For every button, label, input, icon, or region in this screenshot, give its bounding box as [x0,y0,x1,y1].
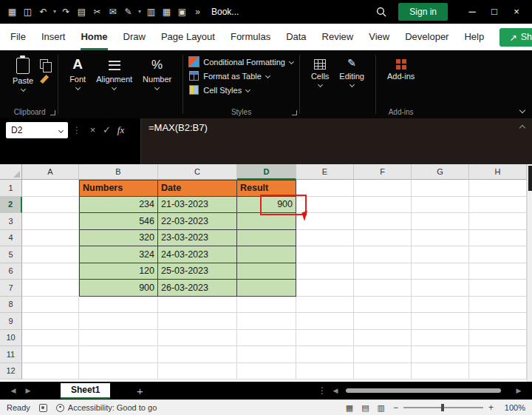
number-button[interactable]: % Number [137,56,177,90]
printer-icon[interactable]: ▥ [143,0,159,24]
alignment-button[interactable]: Alignment [91,56,137,90]
column-header-D[interactable]: D [237,164,296,180]
cell-G9[interactable] [412,313,469,330]
zoom-out-button[interactable]: − [393,402,398,413]
tab-view[interactable]: View [369,24,389,50]
cell-E11[interactable] [296,346,354,363]
cell-C9[interactable] [158,313,237,330]
minimize-button[interactable]: ─ [461,0,483,24]
cell-A5[interactable] [22,246,79,263]
maximize-button[interactable]: □ [483,0,505,24]
window-icon[interactable]: ▣ [174,0,190,24]
grid-icon[interactable]: ▦ [159,0,174,24]
cell-C4[interactable]: 23-03-2023 [158,230,237,247]
formula-input[interactable]: =MAX(B2:B7) [140,118,532,164]
cell-B4[interactable]: 320 [79,230,158,247]
cell-F3[interactable] [354,213,412,230]
tab-formulas[interactable]: Formulas [231,24,270,50]
cell-A12[interactable] [22,363,79,380]
cell-A8[interactable] [22,297,79,314]
row-header-11[interactable]: 11 [0,346,22,363]
copy-icon[interactable] [40,59,48,69]
cell-D9[interactable] [237,313,296,330]
tab-home[interactable]: Home [81,24,107,50]
cell-A7[interactable] [22,280,79,297]
horizontal-scrollbar[interactable] [344,387,510,394]
cell-C5[interactable]: 24-03-2023 [158,246,237,263]
cell-D4[interactable] [237,230,296,247]
cell-H12[interactable] [469,363,527,380]
cell-F8[interactable] [354,297,412,314]
column-header-E[interactable]: E [296,164,354,180]
horizontal-scrollbar-thumb[interactable] [346,388,501,393]
previous-sheet-icon[interactable]: ◀ [6,387,21,394]
clipboard-dialog-launcher-icon[interactable] [50,110,55,115]
cell-G7[interactable] [412,280,469,297]
sign-in-button[interactable]: Sign in [398,3,448,21]
column-header-H[interactable]: H [469,164,527,180]
cell-C6[interactable]: 25-03-2023 [158,263,237,280]
conditional-formatting-button[interactable]: Conditional Formatting [189,57,293,67]
row-header-9[interactable]: 9 [0,313,22,330]
cells-button[interactable]: Cells [306,56,334,87]
cell-G5[interactable] [412,246,469,263]
cell-G6[interactable] [412,263,469,280]
cell-F1[interactable] [354,180,412,197]
cell-H8[interactable] [469,297,527,314]
cell-H2[interactable] [469,197,527,214]
cell-C3[interactable]: 22-03-2023 [158,213,237,230]
font-button[interactable]: A Font [64,56,91,90]
sheet-tab-sheet1[interactable]: Sheet1 [61,383,110,399]
cell-A1[interactable] [22,180,79,197]
cell-A6[interactable] [22,263,79,280]
cell-A11[interactable] [22,346,79,363]
undo-dropdown-icon[interactable]: ▾ [51,0,58,24]
cell-C2[interactable]: 21-03-2023 [158,197,237,214]
pen-icon[interactable]: ✎ [120,0,136,24]
dropdown-icon[interactable]: ▾ [136,0,143,24]
tab-draw[interactable]: Draw [123,24,146,50]
cell-B5[interactable]: 324 [79,246,158,263]
editing-button[interactable]: ✎ Editing [334,56,369,87]
cell-G3[interactable] [412,213,469,230]
cell-F6[interactable] [354,263,412,280]
save-icon[interactable]: ◫ [20,0,35,24]
column-header-B[interactable]: B [79,164,158,180]
tab-help[interactable]: Help [464,24,484,50]
cell-B8[interactable] [79,297,158,314]
cell-B9[interactable] [79,313,158,330]
row-header-8[interactable]: 8 [0,297,22,314]
cell-G11[interactable] [412,346,469,363]
page-layout-view-icon[interactable]: ▤ [361,403,369,413]
cell-G12[interactable] [412,363,469,380]
search-icon[interactable] [376,7,386,17]
cell-E5[interactable] [296,246,354,263]
mail-icon[interactable]: ✉ [105,0,120,24]
cell-A10[interactable] [22,330,79,347]
cell-B3[interactable]: 546 [79,213,158,230]
cell-D7[interactable] [237,280,296,297]
app-launcher-icon[interactable]: ▦ [4,0,20,24]
column-header-C[interactable]: C [158,164,237,180]
cell-B10[interactable] [79,330,158,347]
cell-D5[interactable] [237,246,296,263]
cell-H7[interactable] [469,280,527,297]
cell-H1[interactable] [469,180,527,197]
cell-B1[interactable]: Numbers [79,180,158,197]
row-header-4[interactable]: 4 [0,230,22,247]
sheet-options-icon[interactable]: ⋮ [316,385,328,396]
cell-F5[interactable] [354,246,412,263]
cut-icon[interactable]: ✂ [89,0,105,24]
cell-F4[interactable] [354,230,412,247]
cell-E9[interactable] [296,313,354,330]
hscroll-right-icon[interactable]: ▶ [511,387,526,394]
tab-insert[interactable]: Insert [41,24,66,50]
macro-record-icon[interactable] [39,404,47,412]
collapse-formula-bar-icon[interactable] [519,125,525,131]
cell-E4[interactable] [296,230,354,247]
cell-E8[interactable] [296,297,354,314]
cell-F11[interactable] [354,346,412,363]
tab-developer[interactable]: Developer [405,24,449,50]
name-box[interactable]: D2 [6,122,68,138]
cell-D6[interactable] [237,263,296,280]
